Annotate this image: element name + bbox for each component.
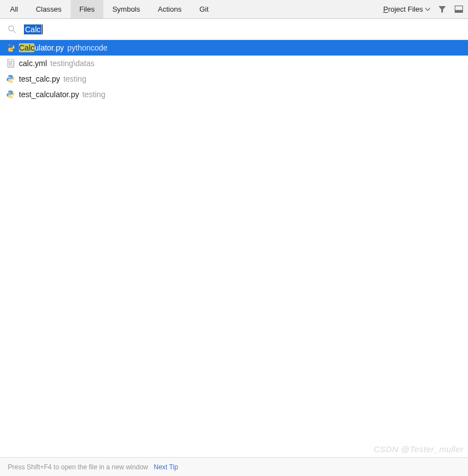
result-row[interactable]: test_calculator.py testing	[0, 87, 468, 102]
tab-files[interactable]: Files	[71, 0, 103, 18]
python-file-icon	[6, 43, 16, 53]
svg-rect-1	[455, 10, 462, 13]
result-filename: calc.yml	[19, 59, 47, 68]
result-filename: test_calc.py	[19, 74, 60, 83]
tab-symbols[interactable]: Symbols	[103, 0, 149, 18]
results-list: Calculator.py pythoncode calc.yml testin…	[0, 40, 468, 457]
result-path: testing	[63, 74, 86, 83]
python-file-icon	[6, 89, 16, 99]
yml-file-icon	[6, 58, 16, 68]
tab-actions[interactable]: Actions	[149, 0, 191, 18]
tab-all[interactable]: All	[1, 0, 27, 18]
search-tab-bar: All Classes Files Symbols Actions Git Pr…	[0, 0, 468, 19]
tab-git[interactable]: Git	[191, 0, 218, 18]
chevron-down-icon	[425, 8, 430, 11]
result-path: testing	[82, 90, 105, 99]
python-file-icon	[6, 74, 16, 84]
open-in-tool-window-icon[interactable]	[452, 3, 465, 16]
result-filename: test_calculator.py	[19, 90, 79, 99]
svg-point-5	[12, 50, 13, 51]
result-row[interactable]: calc.yml testing\datas	[0, 56, 468, 71]
footer-hint: Press Shift+F4 to open the file in a new…	[8, 463, 148, 471]
search-row: Calc	[0, 19, 468, 40]
svg-point-4	[9, 44, 10, 46]
search-input[interactable]: Calc	[24, 24, 462, 34]
result-path: testing\datas	[51, 59, 94, 68]
result-row[interactable]: Calculator.py pythoncode	[0, 40, 468, 56]
scope-selector[interactable]: Project Files	[380, 5, 434, 13]
svg-line-3	[13, 31, 16, 33]
svg-point-2	[9, 26, 14, 31]
filter-icon[interactable]	[435, 3, 449, 16]
next-tip-link[interactable]: Next Tip	[153, 463, 178, 471]
result-filename: Calculator.py	[19, 43, 64, 52]
tab-classes[interactable]: Classes	[27, 0, 70, 18]
result-row[interactable]: test_calc.py testing	[0, 71, 468, 87]
result-path: pythoncode	[67, 43, 107, 52]
footer-bar: Press Shift+F4 to open the file in a new…	[0, 457, 468, 476]
search-icon	[8, 25, 16, 33]
